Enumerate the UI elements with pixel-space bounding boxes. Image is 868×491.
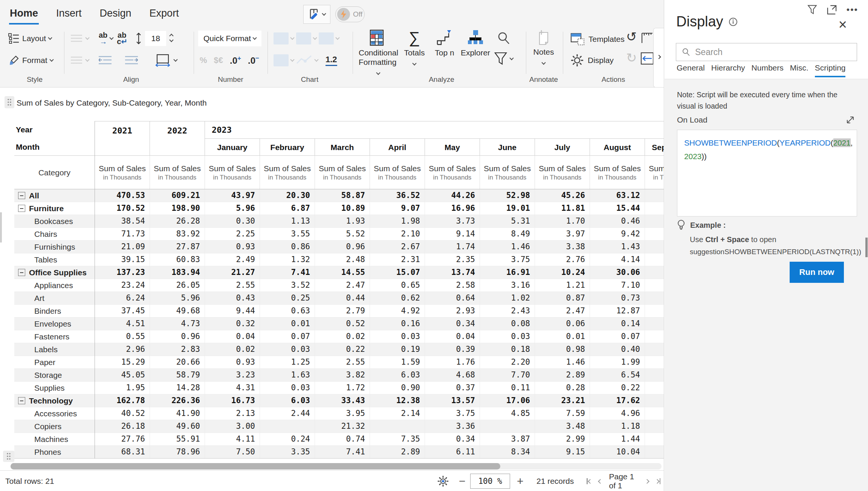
value-cell[interactable]: 170.52 [95,202,150,215]
value-cell[interactable]: 0.24 [260,433,315,445]
table-row-copiers[interactable]: Copiers26.1849.603.0021.323.363.481.18 [14,420,664,433]
value-cell[interactable]: 10.89 [315,202,370,215]
layout-button[interactable]: Layout [8,33,52,44]
value-cell[interactable]: 0.18 [480,343,535,356]
waterfall-chart-icon[interactable] [319,32,334,44]
value-cell[interactable]: 2.47 [315,279,370,292]
value-cell[interactable]: 0.93 [205,356,260,368]
pane-tab-scripting[interactable]: Scripting [815,63,846,77]
value-cell[interactable]: 1.13 [260,215,315,227]
value-cell[interactable] [645,356,664,368]
value-cell[interactable]: 1.70 [535,215,590,227]
value-cell[interactable]: 4.68 [425,369,480,381]
value-cell[interactable]: 2.89 [370,446,425,458]
value-cell[interactable]: 162.78 [95,394,150,407]
value-cell[interactable]: 2.13 [205,407,260,420]
table-row-furnishings[interactable]: Furnishings21.0927.870.930.860.962.671.7… [14,241,664,253]
expand-editor-icon[interactable] [846,115,855,124]
value-cell[interactable]: 0.30 [205,215,260,227]
value-cell[interactable]: 0.03 [260,343,315,356]
table-row-office-supplies[interactable]: Office Supplies137.23183.9421.277.4114.5… [14,266,664,279]
value-cell[interactable]: 6.24 [95,292,150,304]
currency-format-icon[interactable]: $€ [214,55,223,65]
explorer-button[interactable]: Explorer [458,29,493,57]
quick-format-dropdown[interactable]: Quick Format [198,31,261,46]
value-cell[interactable] [260,420,315,433]
value-cell[interactable] [645,369,664,381]
value-cell[interactable]: 1.46 [480,241,535,253]
value-cell[interactable]: 0.32 [205,318,260,330]
table-row-art[interactable]: Art6.245.960.430.250.440.620.641.020.870… [14,292,664,305]
value-cell[interactable]: 5.96 [205,202,260,215]
templates-button[interactable]: Templates [570,33,625,46]
value-cell[interactable]: 5.96 [150,292,205,304]
value-cell[interactable]: 83.92 [150,228,205,240]
value-cell[interactable]: 2.96 [95,343,150,356]
script-editor[interactable]: SHOWBETWEENPERIOD(YEARPERIOD(2021, 2023)… [677,130,857,216]
resize-ruler-button[interactable] [641,32,653,44]
value-cell[interactable]: 1.44 [590,433,645,445]
value-cell[interactable]: 0.22 [590,382,645,394]
value-cell[interactable] [645,420,664,433]
info-icon[interactable] [729,17,738,26]
ribbon-tab-insert[interactable]: Insert [55,5,83,25]
table-row-machines[interactable]: Machines27.7655.914.110.240.747.350.343.… [14,433,664,446]
visual-drag-handle[interactable] [5,96,14,108]
edit-mode-button[interactable] [303,5,330,24]
value-cell[interactable]: 44.26 [425,189,480,202]
collapse-toggle-icon[interactable] [18,205,25,212]
value-cell[interactable]: 13.74 [425,266,480,279]
table-row-chairs[interactable]: Chairs71.7383.922.253.555.522.109.148.49… [14,228,664,241]
interaction-toggle[interactable]: Off [335,6,365,22]
value-cell[interactable]: 470.53 [95,189,150,202]
value-cell[interactable]: 1.63 [260,369,315,381]
value-cell[interactable]: 0.25 [260,292,315,304]
value-cell[interactable]: 3.16 [480,279,535,292]
value-cell[interactable]: 0.96 [315,241,370,253]
value-cell[interactable]: 1.43 [590,241,645,253]
value-cell[interactable]: 137.23 [95,266,150,279]
value-cell[interactable]: 15.07 [370,266,425,279]
value-cell[interactable] [645,266,664,279]
value-cell[interactable] [645,433,664,445]
month-header[interactable]: March [315,138,370,155]
value-cell[interactable]: 0.63 [260,305,315,317]
text-overflow-button[interactable]: ab→ [99,32,113,45]
table-row-binders[interactable]: Binders37.4549.689.440.632.794.922.932.4… [14,305,664,318]
year-header[interactable]: 2022 [150,121,205,155]
sparkline-icon[interactable] [296,54,313,66]
value-cell[interactable]: 8.34 [480,446,535,458]
table-resize-handle[interactable] [3,451,14,462]
value-cell[interactable]: 1.76 [425,356,480,368]
value-cell[interactable]: 37.45 [95,305,150,317]
value-cell[interactable]: 13.57 [425,394,480,407]
value-cell[interactable]: 68.31 [95,446,150,458]
value-cell[interactable]: 3.55 [260,228,315,240]
value-cell[interactable] [370,420,425,433]
value-cell[interactable]: 60.83 [150,253,205,266]
value-cell[interactable]: 3.23 [205,369,260,381]
value-cell[interactable]: 21.27 [205,266,260,279]
value-cell[interactable]: 0.87 [535,292,590,304]
table-row-furniture[interactable]: Furniture170.52198.905.966.8710.899.0716… [14,202,664,215]
value-cell[interactable]: 17.06 [480,394,535,407]
value-cell[interactable]: 2.79 [315,305,370,317]
value-cell[interactable]: 40.52 [95,407,150,420]
value-cell[interactable]: 0.74 [315,433,370,445]
filter-button[interactable] [494,52,513,66]
value-cell[interactable]: 0.06 [535,318,590,330]
last-page-button[interactable] [656,478,661,484]
value-cell[interactable]: 0.64 [425,292,480,304]
value-cell[interactable]: 0.02 [205,343,260,356]
value-cell[interactable] [645,382,664,394]
value-cell[interactable]: 0.28 [535,382,590,394]
value-cell[interactable]: 4.92 [370,305,425,317]
month-header[interactable]: July [535,138,590,155]
value-cell[interactable]: 3.97 [535,228,590,240]
value-cell[interactable]: 10.04 [590,446,645,458]
value-cell[interactable]: 0.37 [425,382,480,394]
value-cell[interactable]: 7.50 [205,446,260,458]
align-vertical-icon[interactable] [71,57,82,64]
value-cell[interactable]: 0.11 [480,382,535,394]
table-row-storage[interactable]: Storage45.0558.793.231.633.826.034.687.7… [14,369,664,382]
